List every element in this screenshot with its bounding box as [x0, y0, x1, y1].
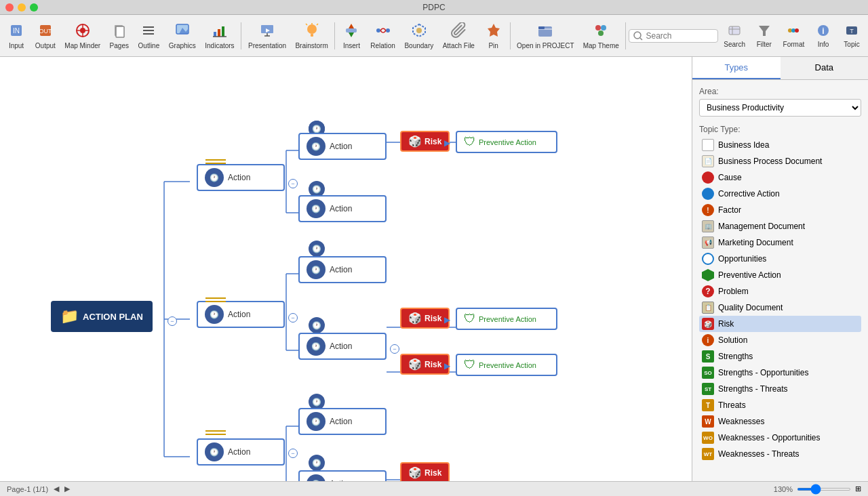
clock-sub6: 🕐 — [307, 474, 326, 481]
tool-boundary[interactable]: Boundary — [401, 20, 437, 51]
search-box[interactable] — [629, 29, 718, 43]
tool-outline[interactable]: Outline — [134, 20, 163, 51]
tool-topic-label: Topic — [844, 41, 859, 48]
relation-icon — [375, 22, 391, 41]
right-panel: Types Data Area: Business Productivity T… — [692, 57, 868, 481]
page-next-button[interactable]: ▶ — [64, 484, 70, 493]
type-business-idea[interactable]: Business Idea — [699, 137, 861, 153]
action-sub4-expand[interactable]: − — [390, 344, 399, 354]
type-risk[interactable]: 🎲 Risk — [699, 316, 861, 332]
check-icon-2: 🛡 — [464, 312, 476, 326]
bot-decoration — [205, 428, 233, 440]
node-action-bot[interactable]: 🕐 Action — [197, 438, 285, 466]
type-weaknesses-threats[interactable]: WT Weaknesses - Threats — [699, 446, 861, 462]
tab-data[interactable]: Data — [781, 57, 869, 79]
close-button[interactable] — [5, 3, 14, 12]
action-bot-expand[interactable]: − — [288, 449, 298, 458]
type-quality-doc[interactable]: 📋 Quality Document — [699, 299, 861, 316]
clock-sub3: 🕐 — [307, 260, 326, 279]
tool-map-theme[interactable]: Map Theme — [579, 20, 623, 51]
node-preventive-2[interactable]: 🛡 Preventive Action — [456, 308, 557, 330]
type-problem[interactable]: ? Problem — [699, 283, 861, 299]
action-mid-expand[interactable]: − — [288, 313, 298, 323]
tool-presentation[interactable]: Presentation — [244, 20, 290, 51]
clock-sub3: 🕐 — [309, 241, 325, 257]
tool-format[interactable]: Format — [779, 22, 808, 50]
node-risk-2[interactable]: 🎲 Risk — [400, 308, 450, 329]
traffic-lights — [5, 3, 38, 12]
maximize-button[interactable] — [30, 3, 38, 12]
tool-open-project[interactable]: Open in PROJECT — [513, 20, 578, 51]
type-preventive-action[interactable]: Preventive Action — [699, 267, 861, 283]
tool-pages[interactable]: Pages — [106, 20, 133, 51]
type-corrective-action[interactable]: Corrective Action — [699, 186, 861, 202]
node-action-sub6[interactable]: 🕐 Action — [298, 470, 387, 481]
node-preventive-3[interactable]: 🛡 Preventive Action — [456, 354, 557, 376]
zoom-slider[interactable] — [797, 488, 851, 491]
risk-2-label: Risk — [425, 314, 441, 323]
node-action-sub5[interactable]: 🕐 Action — [298, 408, 387, 435]
type-solution[interactable]: i Solution — [699, 332, 861, 348]
tool-pin[interactable]: Pin — [480, 20, 507, 51]
dice-icon-4: 🎲 — [408, 466, 422, 479]
area-dropdown[interactable]: Business Productivity — [699, 99, 861, 117]
fit-page-button[interactable]: ⊞ — [855, 484, 861, 493]
type-business-process[interactable]: 📄 Business Process Document — [699, 153, 861, 169]
node-action-sub1[interactable]: 🕐 Action — [298, 133, 387, 160]
type-marketing-doc[interactable]: 📢 Marketing Document — [699, 234, 861, 251]
threats-icon: T — [702, 399, 714, 411]
node-action-sub2[interactable]: 🕐 Action — [298, 195, 387, 222]
node-preventive-1[interactable]: 🛡 Preventive Action — [456, 131, 557, 153]
tool-relation[interactable]: Relation — [366, 20, 399, 51]
tool-insert[interactable]: Insert — [338, 20, 365, 51]
clock-sub2: 🕐 — [307, 199, 326, 218]
tool-filter[interactable]: Filter — [751, 22, 778, 50]
node-risk-4[interactable]: 🎲 Risk — [400, 462, 450, 481]
minimize-button[interactable] — [18, 3, 26, 12]
tool-search[interactable]: Search — [719, 22, 749, 50]
format-icon — [787, 24, 800, 39]
page-prev-button[interactable]: ◀ — [54, 484, 59, 493]
type-cause[interactable]: Cause — [699, 169, 861, 186]
type-strengths-opp[interactable]: SO Strengths - Opportunities — [699, 365, 861, 381]
node-action-plan[interactable]: 📁 ACTION PLAN — [51, 301, 153, 332]
action-plan-label: ACTION PLAN — [83, 312, 143, 322]
tool-topic[interactable]: T Topic — [838, 22, 865, 50]
tool-brainstorm[interactable]: Brainstorm — [292, 20, 332, 51]
node-action-sub4[interactable]: 🕐 Action — [298, 333, 387, 360]
type-strengths-threats[interactable]: ST Strengths - Threats — [699, 381, 861, 397]
type-opportunities[interactable]: Opportunities — [699, 251, 861, 267]
type-threats[interactable]: T Threats — [699, 397, 861, 413]
tool-map-minder[interactable]: Map Minder — [61, 20, 104, 51]
tab-types[interactable]: Types — [692, 57, 781, 79]
clock-sub4: 🕐 — [307, 337, 326, 356]
svg-marker-44 — [759, 26, 770, 36]
type-weaknesses[interactable]: W Weaknesses — [699, 413, 861, 430]
tool-attach-file[interactable]: Attach File — [439, 20, 479, 51]
type-strengths[interactable]: S Strengths — [699, 348, 861, 365]
business-process-icon: 📄 — [702, 155, 714, 167]
search-tool-icon — [728, 24, 741, 39]
action-sub6-label: Action — [330, 479, 352, 481]
search-input[interactable] — [646, 31, 713, 41]
action-top-expand[interactable]: − — [288, 179, 298, 188]
type-management-doc[interactable]: 🏢 Management Document — [699, 218, 861, 234]
type-weaknesses-opp[interactable]: WO Weaknesses - Opportunities — [699, 430, 861, 446]
action-top-label: Action — [228, 173, 250, 182]
insert-icon — [343, 22, 359, 41]
tool-indicators[interactable]: Indicators — [201, 20, 239, 51]
tool-info[interactable]: i Info — [810, 22, 837, 50]
tool-output[interactable]: OUT Output — [31, 20, 60, 51]
action-sub3-label: Action — [330, 265, 352, 274]
type-factor[interactable]: ! Factor — [699, 202, 861, 218]
node-risk-3[interactable]: 🎲 Risk — [400, 354, 450, 375]
map-minder-icon — [75, 22, 91, 41]
canvas[interactable]: 📁 ACTION PLAN − 🕐 🕐 Action − 🕐 🕐 Action … — [0, 57, 692, 481]
tool-graphics[interactable]: Graphics — [165, 20, 200, 51]
action-plan-expand[interactable]: − — [167, 316, 177, 326]
pin-icon — [486, 22, 502, 41]
node-risk-1[interactable]: 🎲 Risk — [400, 131, 450, 152]
dice-icon-2: 🎲 — [408, 312, 422, 325]
tool-input[interactable]: IN Input — [3, 20, 30, 51]
node-action-sub3[interactable]: 🕐 Action — [298, 256, 387, 283]
